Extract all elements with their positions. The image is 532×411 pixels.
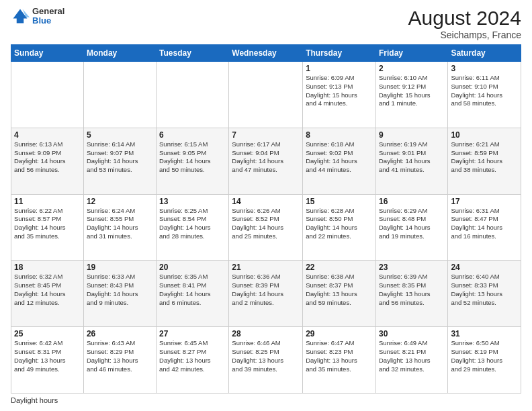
calendar-cell: 27Sunrise: 6:45 AM Sunset: 8:27 PM Dayli…	[157, 327, 229, 394]
day-of-week-header: Sunday	[11, 45, 84, 62]
day-number: 30	[379, 329, 445, 338]
day-number: 16	[379, 197, 445, 206]
day-number: 4	[14, 130, 81, 140]
day-info: Sunrise: 6:13 AM Sunset: 9:09 PM Dayligh…	[14, 140, 81, 175]
day-info: Sunrise: 6:50 AM Sunset: 8:19 PM Dayligh…	[451, 339, 518, 373]
logo-line2: Blue	[32, 16, 64, 26]
day-info: Sunrise: 6:22 AM Sunset: 8:57 PM Dayligh…	[14, 207, 81, 241]
day-info: Sunrise: 6:15 AM Sunset: 9:05 PM Dayligh…	[159, 140, 226, 175]
day-info: Sunrise: 6:32 AM Sunset: 8:45 PM Dayligh…	[14, 273, 81, 307]
day-info: Sunrise: 6:09 AM Sunset: 9:13 PM Dayligh…	[306, 74, 373, 108]
calendar-cell: 28Sunrise: 6:46 AM Sunset: 8:25 PM Dayli…	[229, 327, 303, 394]
day-number: 21	[232, 263, 300, 272]
day-number: 31	[451, 329, 518, 338]
footer: Daylight hours	[11, 396, 521, 404]
calendar-week-row: 1Sunrise: 6:09 AM Sunset: 9:13 PM Daylig…	[11, 62, 521, 128]
calendar-cell: 2Sunrise: 6:10 AM Sunset: 9:12 PM Daylig…	[375, 62, 447, 128]
logo-text: General Blue	[32, 7, 64, 26]
calendar-cell: 1Sunrise: 6:09 AM Sunset: 9:13 PM Daylig…	[303, 62, 376, 128]
calendar-cell: 4Sunrise: 6:13 AM Sunset: 9:09 PM Daylig…	[11, 128, 84, 194]
day-info: Sunrise: 6:28 AM Sunset: 8:50 PM Dayligh…	[306, 207, 373, 241]
calendar-cell: 20Sunrise: 6:35 AM Sunset: 8:41 PM Dayli…	[157, 261, 229, 327]
day-of-week-header: Monday	[83, 45, 156, 62]
calendar-cell: 25Sunrise: 6:42 AM Sunset: 8:31 PM Dayli…	[11, 327, 84, 394]
logo-icon	[11, 7, 30, 26]
calendar-week-row: 4Sunrise: 6:13 AM Sunset: 9:09 PM Daylig…	[11, 128, 521, 194]
day-info: Sunrise: 6:38 AM Sunset: 8:37 PM Dayligh…	[306, 273, 373, 307]
day-number: 3	[451, 64, 518, 73]
day-info: Sunrise: 6:17 AM Sunset: 9:04 PM Dayligh…	[232, 140, 300, 175]
day-number: 5	[87, 130, 153, 140]
day-number: 23	[379, 263, 445, 272]
day-number: 10	[451, 130, 518, 140]
calendar-week-row: 25Sunrise: 6:42 AM Sunset: 8:31 PM Dayli…	[11, 327, 521, 394]
day-number: 13	[159, 197, 226, 206]
calendar-cell: 15Sunrise: 6:28 AM Sunset: 8:50 PM Dayli…	[303, 194, 376, 261]
calendar-cell	[229, 62, 303, 128]
day-info: Sunrise: 6:43 AM Sunset: 8:29 PM Dayligh…	[87, 339, 153, 373]
day-number: 2	[379, 64, 445, 73]
day-info: Sunrise: 6:19 AM Sunset: 9:01 PM Dayligh…	[379, 140, 445, 175]
calendar-cell: 24Sunrise: 6:40 AM Sunset: 8:33 PM Dayli…	[448, 261, 521, 327]
calendar-cell: 17Sunrise: 6:31 AM Sunset: 8:47 PM Dayli…	[448, 194, 521, 261]
day-info: Sunrise: 6:31 AM Sunset: 8:47 PM Dayligh…	[451, 207, 518, 241]
calendar-cell: 30Sunrise: 6:49 AM Sunset: 8:21 PM Dayli…	[375, 327, 447, 394]
day-info: Sunrise: 6:29 AM Sunset: 8:48 PM Dayligh…	[379, 207, 445, 241]
header: General Blue August 2024 Seichamps, Fran…	[11, 7, 521, 40]
day-number: 29	[306, 329, 373, 338]
calendar-cell: 12Sunrise: 6:24 AM Sunset: 8:55 PM Dayli…	[83, 194, 156, 261]
calendar-cell: 23Sunrise: 6:39 AM Sunset: 8:35 PM Dayli…	[375, 261, 447, 327]
day-number: 7	[232, 130, 300, 140]
calendar-cell: 10Sunrise: 6:21 AM Sunset: 8:59 PM Dayli…	[448, 128, 521, 194]
day-of-week-header: Thursday	[303, 45, 376, 62]
calendar-cell: 6Sunrise: 6:15 AM Sunset: 9:05 PM Daylig…	[157, 128, 229, 194]
calendar-cell: 19Sunrise: 6:33 AM Sunset: 8:43 PM Dayli…	[83, 261, 156, 327]
day-info: Sunrise: 6:18 AM Sunset: 9:02 PM Dayligh…	[306, 140, 373, 175]
day-number: 11	[14, 197, 81, 206]
calendar-cell: 11Sunrise: 6:22 AM Sunset: 8:57 PM Dayli…	[11, 194, 84, 261]
day-number: 12	[87, 197, 153, 206]
day-number: 14	[232, 197, 300, 206]
day-number: 25	[14, 329, 81, 338]
calendar-header-row: SundayMondayTuesdayWednesdayThursdayFrid…	[11, 45, 521, 62]
calendar-cell: 7Sunrise: 6:17 AM Sunset: 9:04 PM Daylig…	[229, 128, 303, 194]
day-number: 15	[306, 197, 373, 206]
location: Seichamps, France	[408, 30, 521, 40]
calendar-cell: 21Sunrise: 6:36 AM Sunset: 8:39 PM Dayli…	[229, 261, 303, 327]
day-info: Sunrise: 6:46 AM Sunset: 8:25 PM Dayligh…	[232, 339, 300, 373]
calendar-week-row: 11Sunrise: 6:22 AM Sunset: 8:57 PM Dayli…	[11, 194, 521, 261]
day-info: Sunrise: 6:10 AM Sunset: 9:12 PM Dayligh…	[379, 74, 445, 108]
title-block: August 2024 Seichamps, France	[408, 7, 521, 40]
calendar-cell	[11, 62, 84, 128]
logo: General Blue	[11, 7, 64, 26]
day-number: 27	[159, 329, 226, 338]
calendar-cell: 26Sunrise: 6:43 AM Sunset: 8:29 PM Dayli…	[83, 327, 156, 394]
day-info: Sunrise: 6:26 AM Sunset: 8:52 PM Dayligh…	[232, 207, 300, 241]
calendar-cell: 14Sunrise: 6:26 AM Sunset: 8:52 PM Dayli…	[229, 194, 303, 261]
day-info: Sunrise: 6:49 AM Sunset: 8:21 PM Dayligh…	[379, 339, 445, 373]
month-year: August 2024	[408, 7, 521, 30]
footer-text: Daylight hours	[11, 396, 58, 404]
day-info: Sunrise: 6:14 AM Sunset: 9:07 PM Dayligh…	[87, 140, 153, 175]
calendar-cell: 22Sunrise: 6:38 AM Sunset: 8:37 PM Dayli…	[303, 261, 376, 327]
day-number: 1	[306, 64, 373, 73]
day-info: Sunrise: 6:24 AM Sunset: 8:55 PM Dayligh…	[87, 207, 153, 241]
day-number: 18	[14, 263, 81, 272]
day-number: 28	[232, 329, 300, 338]
calendar-cell: 8Sunrise: 6:18 AM Sunset: 9:02 PM Daylig…	[303, 128, 376, 194]
calendar-cell: 3Sunrise: 6:11 AM Sunset: 9:10 PM Daylig…	[448, 62, 521, 128]
day-info: Sunrise: 6:35 AM Sunset: 8:41 PM Dayligh…	[159, 273, 226, 307]
calendar-cell: 18Sunrise: 6:32 AM Sunset: 8:45 PM Dayli…	[11, 261, 84, 327]
day-info: Sunrise: 6:11 AM Sunset: 9:10 PM Dayligh…	[451, 74, 518, 108]
day-of-week-header: Saturday	[448, 45, 521, 62]
day-info: Sunrise: 6:40 AM Sunset: 8:33 PM Dayligh…	[451, 273, 518, 307]
calendar-cell	[83, 62, 156, 128]
day-info: Sunrise: 6:21 AM Sunset: 8:59 PM Dayligh…	[451, 140, 518, 175]
calendar-cell: 29Sunrise: 6:47 AM Sunset: 8:23 PM Dayli…	[303, 327, 376, 394]
calendar-cell: 9Sunrise: 6:19 AM Sunset: 9:01 PM Daylig…	[375, 128, 447, 194]
day-of-week-header: Tuesday	[157, 45, 229, 62]
calendar-cell: 31Sunrise: 6:50 AM Sunset: 8:19 PM Dayli…	[448, 327, 521, 394]
day-number: 6	[159, 130, 226, 140]
day-info: Sunrise: 6:47 AM Sunset: 8:23 PM Dayligh…	[306, 339, 373, 373]
day-of-week-header: Friday	[375, 45, 447, 62]
